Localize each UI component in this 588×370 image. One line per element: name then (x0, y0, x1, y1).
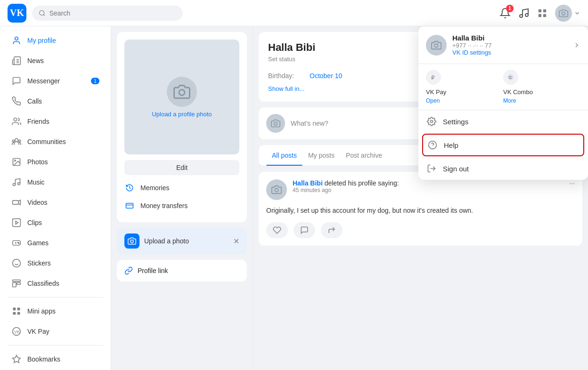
vk-combo-label: VK Combo (503, 88, 580, 96)
stickers-icon (11, 258, 22, 268)
post-header: Halla Bibi deleted his profile saying: 4… (266, 179, 575, 200)
pay-row: ₽ VK Pay Open © VK Combo More (418, 64, 588, 110)
vk-combo-sub: More (503, 97, 580, 104)
svg-rect-45 (13, 312, 16, 315)
camera-icon-large (167, 77, 197, 107)
dropdown-avatar (426, 35, 447, 56)
svg-rect-41 (13, 282, 16, 287)
settings-item[interactable]: Settings (418, 110, 588, 133)
sidebar-item-news[interactable]: News (4, 51, 107, 71)
profile-photo-upload[interactable]: Upload a profile photo (124, 40, 239, 154)
vkpay-icon: VK (11, 326, 22, 337)
avatar[interactable] (555, 5, 572, 22)
tab-my-posts[interactable]: My posts (302, 145, 340, 166)
svg-rect-54 (126, 203, 133, 209)
vk-logo[interactable]: VK (8, 4, 26, 23)
games-icon (11, 238, 22, 248)
notification-button[interactable]: 1 (499, 8, 511, 19)
money-transfers-item[interactable]: Money transfers (124, 197, 239, 215)
upload-photo-banner[interactable]: Upload a photo ✕ (117, 228, 247, 254)
edit-button[interactable]: Edit (124, 160, 239, 175)
vk-pay-item[interactable]: ₽ VK Pay Open (426, 70, 503, 104)
svg-point-36 (18, 243, 19, 244)
bookmark-icon (11, 354, 22, 364)
sidebar: My profile News Messenger 1 Calls (0, 26, 111, 370)
dropdown-vkid[interactable]: VK ID settings (452, 49, 491, 56)
sidebar-item-photos[interactable]: Photos (4, 152, 107, 172)
sidebar-item-friends[interactable]: Friends (4, 112, 107, 131)
sidebar-item-stickers[interactable]: Stickers (4, 253, 107, 273)
sidebar-label-games: Games (27, 239, 49, 247)
svg-point-26 (15, 160, 16, 161)
svg-point-24 (19, 140, 21, 142)
tab-all-posts[interactable]: All posts (266, 145, 302, 166)
signout-item[interactable]: Sign out (418, 157, 588, 180)
like-button[interactable] (266, 222, 288, 238)
svg-text:VK: VK (14, 330, 20, 334)
sidebar-item-messenger[interactable]: Messenger 1 (4, 71, 107, 91)
vk-combo-item[interactable]: © VK Combo More (503, 70, 580, 104)
svg-rect-30 (13, 219, 21, 227)
svg-text:₽: ₽ (431, 74, 435, 81)
sidebar-label-photos: Photos (27, 158, 48, 166)
post-more-button[interactable]: ··· (569, 179, 575, 187)
dropdown-profile-row[interactable]: Halla Bibi +977 ·· ··· ·· 77 VK ID setti… (418, 26, 588, 64)
link-icon (124, 266, 133, 275)
header: VK 1 (0, 0, 588, 26)
sidebar-label-news: News (27, 57, 44, 64)
svg-point-13 (431, 121, 433, 123)
sidebar-item-my-profile[interactable]: My profile (4, 31, 107, 50)
share-button[interactable] (321, 222, 343, 238)
sidebar-item-music[interactable]: Music (4, 172, 107, 192)
sidebar-item-vk-pay[interactable]: VK VK Pay (4, 322, 107, 341)
music-button[interactable] (518, 8, 530, 19)
sidebar-item-mini-apps[interactable]: Mini apps (4, 301, 107, 321)
upload-photo-close[interactable]: ✕ (233, 237, 239, 246)
sidebar-item-games[interactable]: Games (4, 233, 107, 253)
sidebar-item-calls[interactable]: Calls (4, 91, 107, 111)
svg-point-9 (434, 44, 438, 47)
money-transfers-label: Money transfers (140, 202, 188, 209)
user-menu[interactable] (555, 5, 580, 22)
svg-marker-49 (13, 355, 21, 363)
profile-link-card[interactable]: Profile link (117, 260, 247, 282)
post-time: 45 minutes ago (293, 187, 399, 193)
search-box[interactable] (32, 6, 183, 21)
friends-icon (11, 116, 22, 127)
vk-pay-label: VK Pay (426, 88, 503, 96)
phone-icon (11, 96, 22, 106)
sidebar-item-clips[interactable]: Clips (4, 213, 107, 233)
svg-point-27 (13, 184, 16, 186)
sidebar-item-bookmarks[interactable]: Bookmarks (4, 349, 107, 369)
apps-grid-button[interactable] (537, 8, 547, 18)
svg-rect-6 (539, 14, 541, 16)
comment-button[interactable] (294, 222, 315, 238)
sidebar-label-communities: Communities (27, 138, 66, 145)
grid-icon (537, 8, 547, 18)
chat-icon (11, 76, 22, 86)
post-author[interactable]: Halla Bibi (293, 179, 323, 187)
help-label: Help (444, 141, 458, 149)
notification-badge: 1 (506, 5, 514, 12)
header-icons: 1 (499, 5, 580, 22)
sidebar-item-videos[interactable]: Videos (4, 193, 107, 212)
sidebar-label-calls: Calls (27, 97, 42, 105)
dropdown-chevron[interactable] (574, 10, 580, 16)
sidebar-item-communities[interactable]: Communities (4, 132, 107, 152)
videos-icon (11, 197, 22, 208)
sidebar-label-clips: Clips (27, 219, 42, 226)
classifieds-icon (11, 278, 22, 289)
help-item[interactable]: Help (422, 134, 584, 156)
sidebar-label-classifieds: Classifieds (27, 280, 59, 287)
sidebar-label-stickers: Stickers (27, 259, 51, 267)
tab-post-archive[interactable]: Post archive (340, 145, 388, 166)
svg-point-23 (12, 140, 14, 142)
svg-rect-46 (17, 312, 20, 315)
music-icon (518, 8, 530, 19)
sidebar-item-classifieds[interactable]: Classifieds (4, 273, 107, 293)
search-input[interactable] (49, 9, 176, 17)
chevron-down-icon (574, 10, 580, 16)
svg-point-22 (15, 138, 18, 142)
memories-item[interactable]: Memories (124, 179, 239, 197)
sidebar-divider-1 (8, 297, 103, 298)
